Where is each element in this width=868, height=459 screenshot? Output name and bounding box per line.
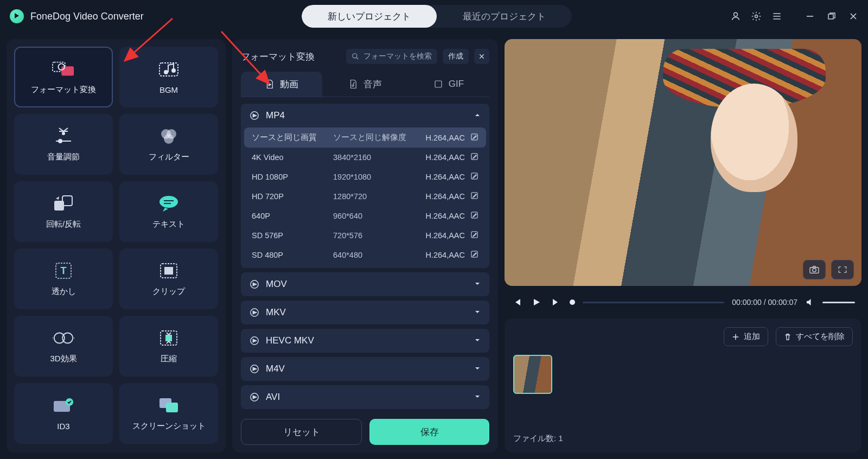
tool-compress[interactable]: 圧縮	[119, 316, 218, 377]
svg-point-12	[164, 134, 174, 144]
preset-codec: H.264,AAC	[425, 173, 465, 181]
tool-label: フィルター	[149, 152, 189, 162]
preset-row[interactable]: SD 576P 720*576 H.264,AAC	[244, 226, 486, 245]
tool-volume[interactable]: 音量調節	[14, 114, 113, 175]
preset-codec: H.264,AAC	[425, 192, 465, 201]
preset-row[interactable]: SD 480P 640*480 H.264,AAC	[244, 245, 486, 265]
subtab-audio[interactable]: 音声	[324, 72, 406, 97]
edit-preset-icon[interactable]	[470, 211, 478, 221]
tool-label: ID3	[57, 422, 69, 431]
svg-point-20	[54, 333, 65, 343]
preset-resolution: 1920*1080	[333, 173, 414, 181]
account-icon[interactable]	[730, 11, 741, 22]
format-group-mp4[interactable]: MP4	[241, 104, 489, 127]
preset-row[interactable]: HD 1080P 1920*1080 H.264,AAC	[244, 167, 486, 187]
progress-handle[interactable]	[570, 299, 575, 305]
preset-row[interactable]: 640P 960*640 H.264,AAC	[244, 206, 486, 226]
3d-icon	[52, 329, 75, 347]
edit-preset-icon[interactable]	[470, 192, 478, 201]
svg-point-9	[58, 139, 62, 143]
preset-row[interactable]: HD 720P 1280*720 H.264,AAC	[244, 187, 486, 206]
tool-text[interactable]: テキスト	[119, 181, 218, 242]
file-count: ファイル数: 1	[513, 433, 853, 444]
svg-point-7	[171, 68, 176, 73]
subtab-audio-label: 音声	[363, 78, 382, 91]
preset-row[interactable]: 4K Video 3840*2160 H.264,AAC	[244, 148, 486, 167]
fullscreen-button[interactable]	[831, 260, 854, 279]
volume-slider[interactable]	[822, 302, 855, 303]
subtab-video[interactable]: 動画	[241, 72, 322, 97]
reset-button[interactable]: リセット	[241, 419, 362, 445]
preset-codec: H.264,AAC	[425, 212, 465, 220]
clip-icon	[157, 262, 180, 280]
format-group-mkv[interactable]: MKV	[241, 301, 489, 324]
format-group-avi[interactable]: AVI	[241, 385, 489, 409]
svg-text:T: T	[61, 265, 67, 276]
edit-preset-icon[interactable]	[470, 172, 478, 182]
preset-row[interactable]: ソースと同じ画質 ソースと同じ解像度 H.264,AAC	[244, 127, 486, 148]
tool-3d[interactable]: 3D効果	[14, 316, 113, 377]
volume-icon[interactable]	[805, 297, 815, 307]
chevron-down-icon	[474, 279, 481, 290]
watermark-icon: T	[52, 262, 75, 280]
tool-clip[interactable]: クリップ	[119, 248, 218, 309]
tool-filter[interactable]: フィルター	[119, 114, 218, 175]
svg-point-45	[813, 269, 816, 272]
edit-preset-icon[interactable]	[470, 250, 478, 260]
next-button[interactable]	[550, 296, 562, 308]
subtab-gif[interactable]: GIF	[408, 72, 489, 97]
progress-bar[interactable]	[583, 302, 724, 303]
tool-id3[interactable]: ID3	[14, 383, 113, 444]
snapshot-button[interactable]	[803, 260, 826, 279]
preview-frame[interactable]	[505, 39, 861, 286]
preset-quality: SD 576P	[252, 231, 333, 240]
format-icon	[52, 60, 75, 78]
tool-format[interactable]: フォーマット変換	[14, 47, 113, 107]
edit-preset-icon[interactable]	[470, 133, 478, 143]
format-group-hevc mkv[interactable]: HEVC MKV	[241, 329, 489, 353]
window-minimize-icon[interactable]	[805, 11, 815, 21]
tab-recent-projects[interactable]: 最近のプロジェクト	[437, 5, 572, 28]
rotate-icon	[52, 194, 75, 213]
remove-all-button[interactable]: すべてを削除	[776, 327, 853, 346]
add-file-button[interactable]: 追加	[724, 327, 768, 346]
format-name: MOV	[266, 279, 287, 290]
file-thumbnail[interactable]	[513, 355, 552, 394]
tool-bgm[interactable]: BGM	[119, 47, 218, 107]
compress-icon	[157, 329, 180, 347]
tool-shot[interactable]: スクリーンショット	[119, 383, 218, 444]
tool-rotate[interactable]: 回転/反転	[14, 181, 113, 242]
close-panel-button[interactable]	[474, 49, 489, 64]
save-button[interactable]: 保存	[369, 419, 489, 445]
window-maximize-icon[interactable]	[827, 11, 837, 21]
tool-label: フォーマット変換	[31, 85, 96, 95]
play-button[interactable]	[531, 296, 542, 308]
project-tabs: 新しいプロジェクト 最近のプロジェクト	[302, 5, 572, 28]
preset-codec: H.264,AAC	[425, 133, 465, 142]
plus-icon	[732, 333, 739, 341]
svg-rect-30	[435, 81, 442, 87]
prev-button[interactable]	[511, 296, 523, 308]
format-group-mov[interactable]: MOV	[241, 272, 489, 296]
edit-preset-icon[interactable]	[470, 231, 478, 240]
settings-icon[interactable]	[751, 11, 762, 22]
preset-resolution: 720*576	[333, 231, 414, 240]
tab-new-project[interactable]: 新しいプロジェクト	[302, 5, 437, 28]
close-icon	[478, 53, 485, 60]
tool-watermark[interactable]: T 透かし	[14, 248, 113, 309]
tool-label: 回転/反転	[46, 219, 81, 229]
file-tray: 追加 すべてを削除 ファイル数: 1	[505, 318, 861, 452]
edit-preset-icon[interactable]	[470, 152, 478, 162]
window-close-icon[interactable]	[848, 11, 858, 21]
volume-icon	[52, 127, 75, 145]
menu-icon[interactable]	[771, 11, 782, 22]
chevron-down-icon	[474, 307, 481, 318]
app-title: FoneDog Video Converter	[30, 11, 144, 22]
preset-quality: 640P	[252, 212, 333, 220]
tool-sidebar: フォーマット変換 BGM 音量調節 フィルター 回転/反転 テキストT 透かし …	[7, 39, 226, 452]
filter-icon	[157, 127, 180, 145]
create-preset-button[interactable]: 作成	[443, 49, 469, 64]
format-search[interactable]: フォーマットを検索	[346, 49, 437, 64]
format-group-m4v[interactable]: M4V	[241, 357, 489, 381]
preset-resolution: 640*480	[333, 251, 414, 259]
